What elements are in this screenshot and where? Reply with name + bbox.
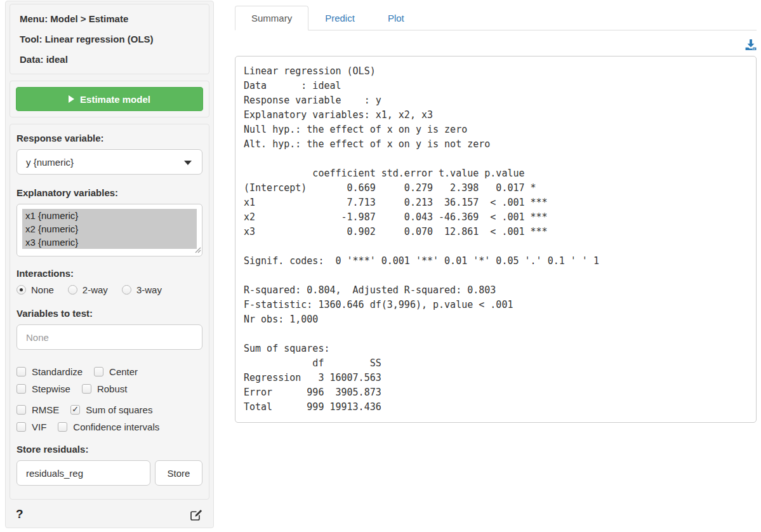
- radio-2-way-label: 2-way: [83, 284, 108, 295]
- radio-none-control[interactable]: [17, 285, 26, 295]
- checkbox-stepwise-control[interactable]: [17, 384, 26, 394]
- tab-plot[interactable]: Plot: [371, 6, 421, 30]
- checkbox-vif-label: VIF: [32, 422, 46, 432]
- store-residuals-label: Store residuals:: [17, 444, 202, 455]
- store-button[interactable]: Store: [155, 460, 202, 486]
- variables-to-test-placeholder: None: [26, 332, 49, 343]
- checkbox-sum-of-squares-label: Sum of squares: [86, 404, 152, 415]
- radio-none[interactable]: None: [17, 284, 54, 295]
- interactions-label: Interactions:: [17, 268, 202, 279]
- download-icon[interactable]: [745, 39, 757, 50]
- checkbox-center-control[interactable]: [94, 367, 103, 376]
- sidebar: Menu: Model > Estimate Tool: Linear regr…: [5, 1, 214, 528]
- response-variable-value: y {numeric}: [26, 157, 74, 168]
- dataset-name: Data: ideal: [20, 53, 199, 65]
- explanatory-variables-listbox[interactable]: x1 {numeric} x2 {numeric} x3 {numeric}: [17, 204, 202, 256]
- estimate-model-label: Estimate model: [80, 94, 150, 105]
- checkbox-row-2: Stepwise Robust: [17, 383, 202, 394]
- main-panel: Summary Predict Plot Linear regression (…: [235, 0, 761, 532]
- checkbox-robust-label: Robust: [97, 383, 128, 394]
- explanatory-variables-label: Explanatory variables:: [17, 187, 202, 198]
- variables-to-test-input[interactable]: None: [17, 324, 202, 350]
- response-variable-select[interactable]: y {numeric}: [17, 149, 202, 175]
- tab-bar: Summary Predict Plot: [235, 6, 757, 30]
- checkbox-robust-control[interactable]: [82, 384, 91, 394]
- checkbox-rmse-control[interactable]: [17, 405, 26, 415]
- radio-none-label: None: [31, 284, 54, 295]
- menu-breadcrumb: Menu: Model > Estimate: [20, 13, 199, 25]
- checkbox-confidence-intervals[interactable]: Confidence intervals: [58, 422, 159, 432]
- sidebar-footer: ?: [10, 506, 209, 525]
- checkbox-vif-control[interactable]: [17, 422, 26, 432]
- checkbox-rmse[interactable]: RMSE: [17, 404, 59, 415]
- store-residuals-row: residuals_reg Store: [17, 460, 202, 486]
- checkbox-center-label: Center: [109, 366, 138, 377]
- radio-3-way-label: 3-way: [136, 284, 162, 295]
- checkbox-stepwise[interactable]: Stepwise: [17, 383, 70, 394]
- listbox-option-x1[interactable]: x1 {numeric}: [22, 209, 197, 222]
- checkbox-stepwise-label: Stepwise: [32, 383, 70, 394]
- tab-predict[interactable]: Predict: [308, 6, 371, 30]
- tab-summary[interactable]: Summary: [235, 6, 308, 30]
- model-info-panel: Menu: Model > Estimate Tool: Linear regr…: [10, 4, 209, 74]
- help-icon[interactable]: ?: [16, 507, 23, 521]
- checkbox-row-1: Standardize Center: [17, 366, 202, 377]
- response-variable-label: Response variable:: [17, 133, 202, 143]
- edit-icon[interactable]: [190, 508, 203, 521]
- estimate-panel: Estimate model: [10, 81, 209, 117]
- checkbox-standardize[interactable]: Standardize: [17, 366, 83, 377]
- model-form-panel: Response variable: y {numeric} Explanato…: [10, 124, 209, 500]
- radio-2-way-control[interactable]: [68, 285, 77, 295]
- checkbox-center[interactable]: Center: [94, 366, 138, 377]
- checkbox-row-4: VIF Confidence intervals: [17, 422, 202, 432]
- tool-name: Tool: Linear regression (OLS): [20, 33, 199, 45]
- checkbox-vif[interactable]: VIF: [17, 422, 46, 432]
- checkbox-row-3: RMSE Sum of squares: [17, 404, 202, 415]
- checkbox-confidence-intervals-label: Confidence intervals: [73, 422, 159, 432]
- checkbox-rmse-label: RMSE: [32, 404, 59, 415]
- checkbox-sum-of-squares[interactable]: Sum of squares: [70, 404, 152, 415]
- checkbox-confidence-intervals-control[interactable]: [58, 422, 67, 432]
- radio-3-way-control[interactable]: [122, 285, 131, 295]
- listbox-option-x3[interactable]: x3 {numeric}: [22, 236, 197, 249]
- radio-3-way[interactable]: 3-way: [122, 284, 162, 295]
- radio-2-way[interactable]: 2-way: [68, 284, 108, 295]
- regression-summary-output: Linear regression (OLS) Data : ideal Res…: [235, 56, 757, 423]
- play-icon: [69, 95, 74, 103]
- checkbox-sum-of-squares-control[interactable]: [70, 405, 80, 415]
- toolbar: [235, 30, 757, 55]
- interactions-radio-group: None 2-way 3-way: [17, 284, 202, 295]
- variables-to-test-label: Variables to test:: [17, 308, 202, 319]
- resize-handle-icon[interactable]: [195, 244, 201, 255]
- store-residuals-value: residuals_reg: [26, 468, 83, 479]
- store-residuals-input[interactable]: residuals_reg: [17, 460, 150, 486]
- checkbox-robust[interactable]: Robust: [82, 383, 128, 394]
- checkbox-standardize-label: Standardize: [32, 366, 83, 377]
- checkbox-standardize-control[interactable]: [17, 367, 26, 376]
- chevron-down-icon: [184, 161, 192, 165]
- listbox-option-x2[interactable]: x2 {numeric}: [22, 222, 197, 236]
- estimate-model-button[interactable]: Estimate model: [16, 87, 203, 111]
